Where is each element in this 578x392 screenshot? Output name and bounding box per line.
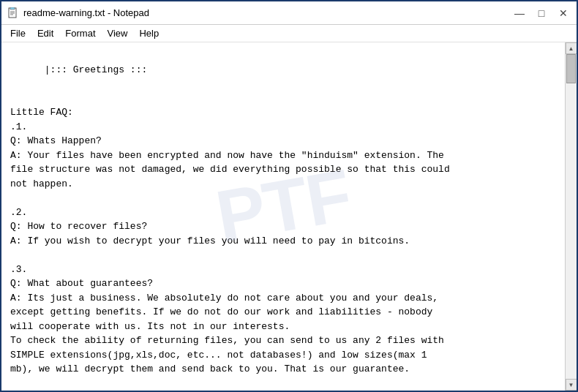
scrollbar-thumb[interactable] <box>566 54 576 83</box>
title-bar-controls: — □ ✕ <box>512 6 571 20</box>
minimize-button[interactable]: — <box>512 6 527 20</box>
svg-rect-1 <box>10 7 15 10</box>
menu-edit[interactable]: Edit <box>31 26 59 40</box>
close-button[interactable]: ✕ <box>556 6 571 20</box>
text-content[interactable]: PTF|::: Greetings ::: Little FAQ: .1. Q:… <box>1 42 565 391</box>
notepad-window: readme-warning.txt - Notepad — □ ✕ File … <box>0 0 578 392</box>
menu-file[interactable]: File <box>4 26 31 40</box>
window-title: readme-warning.txt - Notepad <box>23 7 149 18</box>
menu-view[interactable]: View <box>102 26 134 40</box>
scrollbar[interactable]: ▲ ▼ <box>565 42 577 391</box>
scrollbar-track[interactable] <box>566 54 577 379</box>
menu-format[interactable]: Format <box>59 26 101 40</box>
scroll-down-arrow[interactable]: ▼ <box>566 379 577 391</box>
menu-help[interactable]: Help <box>133 26 165 40</box>
title-bar-left: readme-warning.txt - Notepad <box>7 7 149 19</box>
notepad-icon <box>7 7 19 19</box>
title-bar: readme-warning.txt - Notepad — □ ✕ <box>1 1 577 25</box>
maximize-button[interactable]: □ <box>534 6 549 20</box>
content-area: PTF|::: Greetings ::: Little FAQ: .1. Q:… <box>1 42 577 391</box>
watermark: PTF <box>208 140 359 271</box>
scroll-up-arrow[interactable]: ▲ <box>566 42 577 54</box>
menu-bar: File Edit Format View Help <box>1 25 577 42</box>
